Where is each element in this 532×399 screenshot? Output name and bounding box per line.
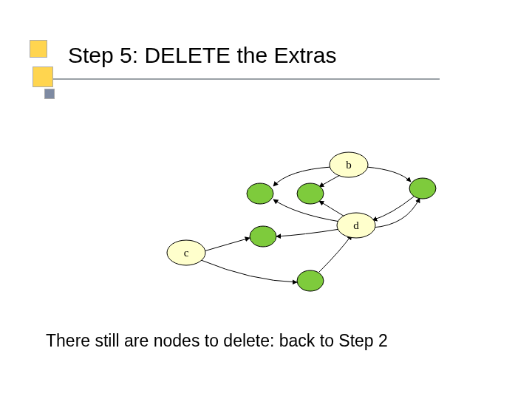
title-bullet-square-1 [30,40,47,58]
title-bullet-square-3 [44,89,55,99]
slide-title: Step 5: DELETE the Extras [68,43,337,68]
svg-point-0 [247,183,273,204]
svg-point-1 [297,183,324,204]
graph-diagram: b d c [133,140,458,303]
node-d-label: d [353,219,359,231]
title-underline [37,78,440,80]
svg-point-7 [297,270,324,291]
node-c-label: c [184,247,189,259]
svg-point-3 [409,178,436,199]
node-b-label: b [346,159,352,171]
slide-caption: There still are nodes to delete: back to… [46,331,388,351]
title-bullet-square-2 [33,66,53,87]
svg-point-5 [250,226,276,247]
